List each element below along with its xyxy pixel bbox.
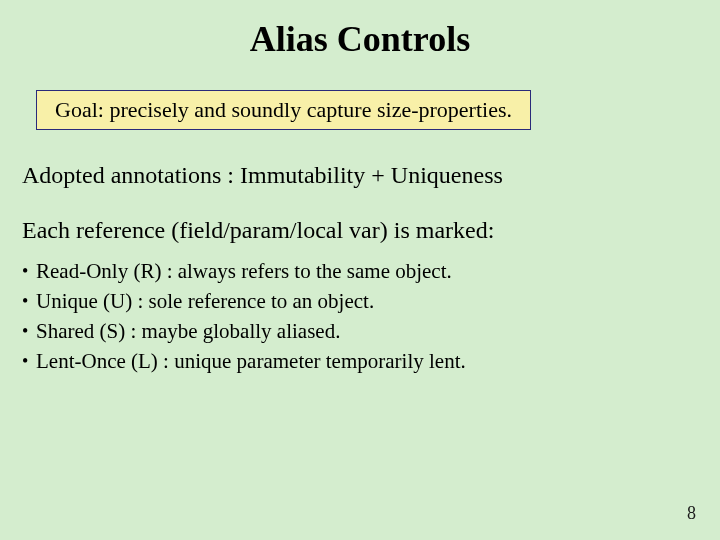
page-number: 8 [687,503,696,524]
bullet-text: Unique (U) : sole reference to an object… [36,288,374,314]
bullet-text: Read-Only (R) : always refers to the sam… [36,258,452,284]
bullet-icon: • [22,318,36,344]
list-item: • Unique (U) : sole reference to an obje… [22,288,720,314]
list-item: • Read-Only (R) : always refers to the s… [22,258,720,284]
bullet-text: Lent-Once (L) : unique parameter tempora… [36,348,466,374]
bullet-text: Shared (S) : maybe globally aliased. [36,318,340,344]
bullet-list: • Read-Only (R) : always refers to the s… [22,258,720,374]
slide-title: Alias Controls [0,0,720,60]
goal-box: Goal: precisely and soundly capture size… [36,90,531,130]
bullet-icon: • [22,288,36,314]
bullet-icon: • [22,258,36,284]
adopted-line: Adopted annotations : Immutability + Uni… [22,162,720,189]
list-item: • Shared (S) : maybe globally aliased. [22,318,720,344]
bullet-icon: • [22,348,36,374]
list-item: • Lent-Once (L) : unique parameter tempo… [22,348,720,374]
each-reference-line: Each reference (field/param/local var) i… [22,217,720,244]
